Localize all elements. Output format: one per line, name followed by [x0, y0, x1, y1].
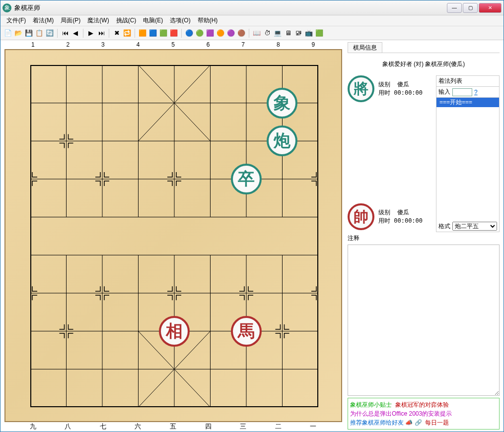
toolbar-button[interactable]: 🔄 — [45, 29, 54, 38]
coord-label: 1 — [15, 41, 51, 49]
toolbar-separator — [135, 29, 135, 38]
annotation-label: 注释 — [348, 234, 500, 243]
board-area: 123456789 — [0, 40, 346, 432]
menu-item[interactable]: 电脑(E) — [140, 15, 166, 26]
content: 123456789 — [0, 40, 504, 432]
level-label: 级别 — [378, 81, 390, 88]
menu-item[interactable]: 局面(P) — [58, 15, 83, 26]
level-value: 傻瓜 — [397, 81, 409, 88]
close-button[interactable]: ✕ — [479, 3, 502, 13]
coord-label: 二 — [261, 422, 296, 431]
menu-item[interactable]: 挑战(C) — [113, 15, 140, 26]
time-value: 00:00:00 — [394, 217, 423, 224]
level-value: 傻瓜 — [397, 209, 409, 216]
tips-title: 象棋巫师小贴士 — [350, 401, 392, 408]
movelist-header: 着法列表 — [436, 76, 499, 87]
coord-label: 八 — [51, 422, 86, 431]
toolbar-button[interactable]: 📋 — [35, 29, 44, 38]
toolbar-button[interactable]: 📂 — [14, 29, 23, 38]
format-select[interactable]: 炮二平五 — [452, 222, 497, 231]
piece-black[interactable]: 象 — [267, 88, 297, 119]
movelist-input-row: 输入 ? — [436, 87, 499, 98]
coord-label: 6 — [191, 41, 226, 49]
menu-item[interactable]: 着法(M) — [30, 15, 57, 26]
tips-box: 象棋巫师小贴士 象棋冠军的对弈体验 为什么总是弹出Office 2003的安装提… — [348, 398, 500, 430]
tab-game-info[interactable]: 棋局信息 — [348, 42, 382, 53]
toolbar-button[interactable]: 💻 — [273, 29, 282, 38]
minimize-button[interactable]: — — [447, 3, 462, 13]
piece-red[interactable]: 馬 — [231, 316, 262, 347]
menu-item[interactable]: 文件(F) — [3, 15, 29, 26]
toolbar-button[interactable]: 🖥 — [284, 29, 292, 38]
toolbar-button[interactable]: 🔁 — [123, 29, 132, 38]
tips-link1[interactable]: 象棋冠军的对弈体验 — [395, 401, 449, 408]
toolbar-button[interactable]: 💾 — [24, 29, 33, 38]
format-row: 格式 炮二平五 — [436, 221, 499, 232]
time-label: 用时 — [378, 89, 390, 96]
toolbar-button[interactable]: ⏭ — [97, 29, 106, 38]
piece-black[interactable]: 卒 — [231, 164, 262, 194]
titlebar[interactable]: 象 象棋巫师 — ▢ ✕ — [0, 0, 504, 15]
maximize-button[interactable]: ▢ — [463, 3, 478, 13]
player-column: 將 级别 傻瓜 用时 00:00:00 帥 级别 傻瓜 用时 00:00:00 — [348, 75, 432, 232]
format-label: 格式 — [438, 222, 450, 231]
coord-label: 7 — [225, 41, 261, 49]
share-icon[interactable]: 🔗 — [415, 419, 422, 426]
toolbar-separator — [181, 29, 182, 38]
toolbar-button[interactable]: ◀ — [71, 29, 80, 38]
menubar: 文件(F)着法(M)局面(P)魔法(W)挑战(C)电脑(E)选项(O)帮助(H) — [0, 15, 504, 26]
weibo-icon[interactable]: 📣 — [405, 419, 413, 426]
help-link[interactable]: ? — [474, 89, 478, 96]
coord-label: 4 — [121, 41, 156, 49]
toolbar-button[interactable]: 🟥 — [169, 29, 178, 38]
toolbar-button[interactable]: 📄 — [3, 29, 12, 38]
toolbar-button[interactable]: 🖳 — [294, 29, 303, 38]
annotation-box[interactable] — [348, 245, 500, 396]
coord-label: 九 — [15, 422, 51, 431]
window-title: 象棋巫师 — [14, 3, 447, 12]
movelist[interactable]: ===开始=== — [436, 98, 499, 221]
toolbar-button[interactable]: 📖 — [252, 29, 261, 38]
daily-puzzle-link[interactable]: 每日一题 — [425, 419, 449, 426]
coord-label: 3 — [85, 41, 121, 49]
toolbar-button[interactable]: ▶ — [86, 29, 95, 38]
piece-red[interactable]: 相 — [159, 316, 190, 347]
movelist-panel: 着法列表 输入 ? ===开始=== 格式 炮二平五 — [436, 75, 500, 232]
toolbar-button[interactable]: ⏱ — [263, 29, 272, 38]
toolbar-button[interactable]: 📺 — [304, 29, 313, 38]
window-buttons: — ▢ ✕ — [447, 3, 502, 13]
time-label: 用时 — [378, 217, 390, 224]
menu-item[interactable]: 魔法(W) — [84, 15, 112, 26]
toolbar-button[interactable]: 🟢 — [195, 29, 204, 38]
toolbar-button[interactable]: 🟧 — [138, 29, 147, 38]
menu-item[interactable]: 选项(O) — [167, 15, 193, 26]
toolbar-button[interactable]: 🟠 — [216, 29, 225, 38]
toolbar-button[interactable]: 🟣 — [226, 29, 235, 38]
coord-label: 五 — [155, 422, 191, 431]
movelist-item[interactable]: ===开始=== — [436, 98, 499, 107]
coord-label: 四 — [191, 422, 226, 431]
move-input[interactable] — [452, 88, 472, 96]
toolbar-separator — [83, 29, 83, 38]
coord-label: 9 — [296, 41, 331, 49]
coord-label: 六 — [121, 422, 156, 431]
piece-black[interactable]: 炮 — [267, 125, 297, 156]
app-window: 象 象棋巫师 — ▢ ✕ 文件(F)着法(M)局面(P)魔法(W)挑战(C)电脑… — [0, 0, 504, 432]
toolbar-button[interactable]: 🔵 — [185, 29, 194, 38]
menu-item[interactable]: 帮助(H) — [195, 15, 221, 26]
tips-link2[interactable]: 为什么总是弹出Office 2003的安装提示 — [350, 409, 497, 418]
toolbar-button[interactable]: 🟦 — [148, 29, 157, 38]
toolbar-button[interactable]: 🟩 — [159, 29, 168, 38]
toolbar-button[interactable]: 🟤 — [237, 29, 246, 38]
board[interactable]: 象炮卒相馬 — [4, 49, 342, 422]
tips-link3[interactable]: 推荐象棋巫师给好友 — [350, 419, 404, 426]
black-general-icon: 將 — [348, 75, 374, 102]
toolbar-button[interactable]: ✖ — [112, 29, 121, 38]
toolbar-button[interactable]: 🟩 — [315, 29, 324, 38]
info-tabs: 棋局信息 — [348, 42, 500, 53]
toolbar-button[interactable]: ⏮ — [61, 29, 70, 38]
coord-label: 8 — [261, 41, 296, 49]
player-black-row: 將 级别 傻瓜 用时 00:00:00 — [348, 75, 432, 102]
coord-label: 5 — [155, 41, 191, 49]
toolbar-button[interactable]: 🟪 — [206, 29, 215, 38]
